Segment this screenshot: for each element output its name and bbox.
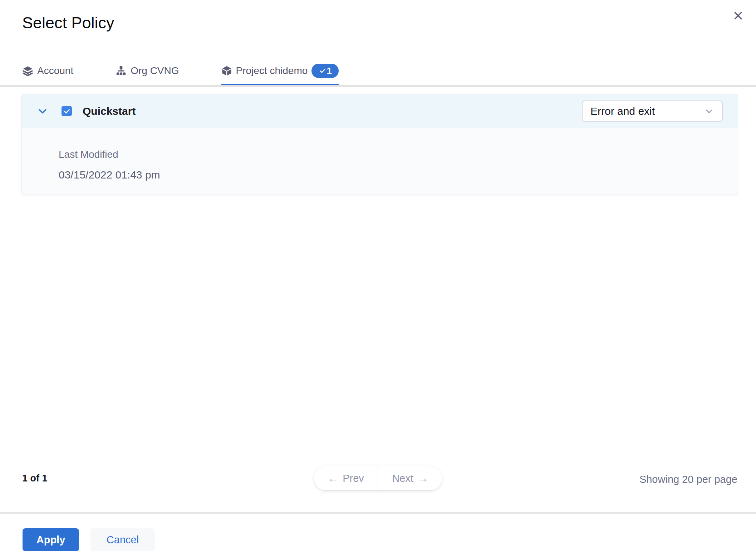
showing-per-page-label: Showing 20 per page: [639, 474, 737, 485]
tab-project-chidemo[interactable]: Project chidemo 1: [221, 64, 339, 78]
tab-label: Project chidemo: [236, 65, 308, 77]
footer-divider: [0, 512, 756, 514]
policy-name: Quickstart: [83, 105, 136, 117]
policy-row-details: Last Modified 03/15/2022 01:43 pm: [22, 128, 738, 181]
page-indicator: 1 of 1: [22, 473, 48, 484]
policy-panel: Quickstart Error and exit Last Modified …: [21, 94, 738, 195]
policy-action-select[interactable]: Error and exit: [582, 101, 723, 122]
scope-tabs: Account Org CVNG Project chidemo: [22, 61, 339, 81]
prev-label: Prev: [343, 473, 364, 484]
policy-checkbox[interactable]: [62, 106, 72, 116]
arrow-right-icon: →: [418, 473, 428, 484]
selected-count-badge: 1: [311, 64, 339, 78]
chevron-down-icon: [704, 106, 714, 116]
last-modified-label: Last Modified: [59, 149, 738, 160]
tab-label: Org CVNG: [131, 65, 179, 77]
close-icon: [732, 10, 744, 21]
cube-icon: [221, 65, 232, 76]
checkmark-icon: [63, 107, 71, 115]
collapse-toggle-button[interactable]: [37, 106, 48, 117]
badge-count: 1: [327, 65, 332, 77]
apply-button[interactable]: Apply: [23, 528, 79, 551]
tab-org-cvng[interactable]: Org CVNG: [116, 65, 179, 77]
chevron-down-icon: [37, 106, 48, 117]
page-title: Select Policy: [22, 14, 114, 32]
pager: ← Prev Next →: [314, 466, 442, 490]
next-label: Next: [392, 473, 413, 484]
tab-account[interactable]: Account: [22, 65, 73, 77]
prev-page-button[interactable]: ← Prev: [314, 466, 378, 490]
org-hierarchy-icon: [116, 65, 127, 77]
layers-icon: [22, 65, 33, 77]
close-button[interactable]: [730, 8, 746, 24]
cancel-button[interactable]: Cancel: [90, 528, 155, 551]
selected-action-value: Error and exit: [590, 105, 655, 117]
tab-label: Account: [37, 65, 73, 77]
tabs-divider: [0, 85, 756, 87]
arrow-left-icon: ←: [328, 473, 338, 484]
policy-row-header: Quickstart Error and exit: [22, 94, 738, 128]
next-page-button[interactable]: Next →: [378, 466, 442, 490]
last-modified-value: 03/15/2022 01:43 pm: [59, 169, 738, 181]
check-icon: [319, 67, 327, 75]
